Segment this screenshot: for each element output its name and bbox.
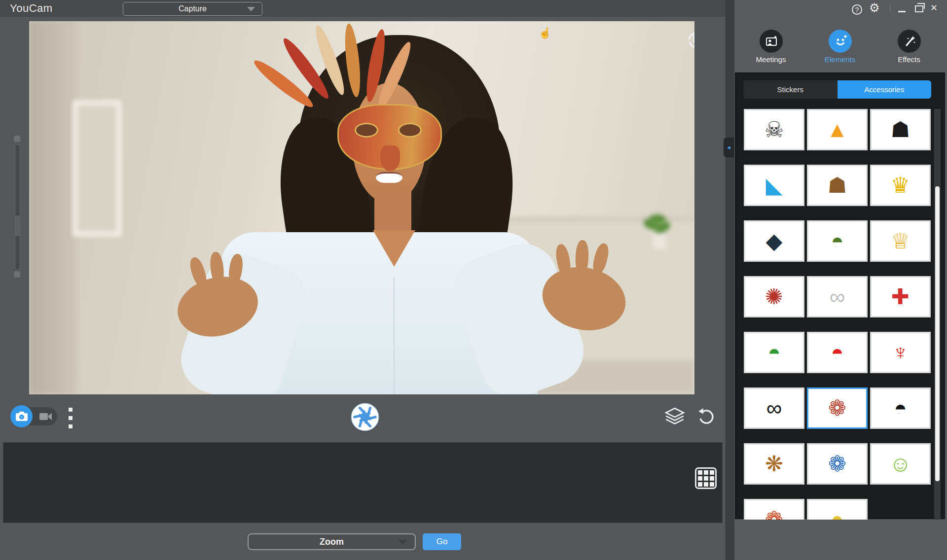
yellow-mask-thumbnail[interactable]: ◓ bbox=[807, 499, 868, 520]
video-mode-icon[interactable] bbox=[39, 412, 54, 423]
venetian-feather-mask-icon: ❁ bbox=[828, 397, 846, 419]
party-hat-icon: ▲ bbox=[827, 119, 848, 140]
nurse-cap-icon: ✚ bbox=[891, 286, 910, 308]
scrollbar-thumb[interactable] bbox=[935, 186, 940, 481]
police-cap-thumbnail[interactable]: ☗ bbox=[870, 109, 931, 150]
webcam-preview[interactable]: ☝ bbox=[29, 21, 694, 394]
meetings-icon bbox=[765, 35, 778, 48]
cucumber-spa-mask-thumbnail[interactable]: ☺ bbox=[870, 443, 931, 485]
reindeer-antlers-icon: ♆ bbox=[892, 342, 909, 363]
subject-smile bbox=[376, 172, 402, 183]
nurse-cap-thumbnail[interactable]: ✚ bbox=[870, 276, 931, 317]
mask-eye-hole bbox=[398, 123, 422, 138]
settings-button[interactable]: ⚙ bbox=[869, 1, 880, 15]
watermelon-hat-thumbnail[interactable]: ◓ bbox=[744, 332, 804, 373]
reset-effects-button[interactable] bbox=[696, 408, 715, 428]
zoom-slider-thumb[interactable] bbox=[15, 215, 20, 236]
camera-icon bbox=[15, 411, 28, 421]
groucho-glasses-thumbnail[interactable]: ∞ bbox=[744, 387, 804, 429]
switch-camera-icon[interactable] bbox=[683, 26, 694, 55]
mask-eye-hole bbox=[355, 123, 378, 138]
effect-layers-button[interactable] bbox=[663, 407, 686, 428]
panel-scrollbar[interactable] bbox=[934, 109, 941, 520]
cowboy-hat-icon: ☗ bbox=[828, 175, 847, 196]
carnival-mask-icon: ❁ bbox=[765, 509, 783, 520]
bowler-monocle-thumbnail[interactable]: ◓ bbox=[870, 387, 931, 429]
sticker-accessory-tabs: Stickers Accessories bbox=[743, 80, 931, 99]
blue-feather-mask-thumbnail[interactable]: ❁ bbox=[807, 443, 868, 485]
tab-elements[interactable] bbox=[829, 30, 852, 53]
minimize-button[interactable] bbox=[898, 11, 906, 12]
jester-mask-thumbnail[interactable]: ❋ bbox=[744, 443, 804, 485]
gold-tiara-icon: ♕ bbox=[891, 230, 910, 252]
photo-mode-button[interactable] bbox=[10, 405, 33, 427]
more-options-menu[interactable] bbox=[69, 408, 73, 428]
tab-accessories[interactable]: Accessories bbox=[838, 80, 932, 99]
go-button[interactable]: Go bbox=[423, 533, 461, 550]
chevron-down-icon bbox=[398, 540, 407, 545]
plant-leaf bbox=[649, 214, 666, 224]
mouse-ears-icon: ∞ bbox=[830, 286, 845, 308]
slider-minus-button[interactable] bbox=[14, 271, 20, 278]
tab-effects[interactable] bbox=[898, 30, 921, 53]
mode-dropdown-value: Capture bbox=[179, 4, 207, 13]
drag-hand-icon: ☝ bbox=[539, 27, 551, 39]
blue-paper-hat-thumbnail[interactable]: ◣ bbox=[744, 165, 804, 206]
mouse-ears-thumbnail[interactable]: ∞ bbox=[807, 276, 868, 317]
function-dropdown[interactable]: Zoom bbox=[248, 533, 416, 550]
mode-dropdown[interactable]: Capture bbox=[123, 2, 262, 16]
gear-icon: ⚙ bbox=[869, 1, 880, 14]
red-bowler-nose-thumbnail[interactable]: ◓ bbox=[807, 332, 868, 373]
slider-plus-button[interactable] bbox=[14, 136, 20, 142]
tab-elements-label[interactable]: Elements bbox=[808, 55, 872, 64]
background-wall bbox=[29, 21, 76, 394]
go-button-label: Go bbox=[437, 537, 448, 547]
chevron-down-icon bbox=[247, 7, 255, 11]
gallery-grid-button[interactable] bbox=[695, 467, 717, 489]
watermelon-hat-icon: ◓ bbox=[767, 342, 781, 363]
restore-button[interactable] bbox=[915, 5, 923, 12]
tab-meetings[interactable] bbox=[760, 30, 783, 53]
shirt-button-placket bbox=[394, 278, 395, 394]
graduation-cap-thumbnail[interactable]: ◆ bbox=[744, 220, 804, 262]
tab-stickers[interactable]: Stickers bbox=[743, 80, 838, 99]
venetian-feather-mask-thumbnail[interactable]: ❁ bbox=[807, 387, 868, 429]
gas-mask-icon: ☠ bbox=[765, 119, 784, 140]
captured-media-strip bbox=[3, 442, 723, 523]
cowboy-hat-thumbnail[interactable]: ☗ bbox=[807, 165, 868, 206]
magic-wand-icon bbox=[903, 35, 916, 48]
aperture-icon bbox=[351, 403, 379, 431]
tab-effects-label[interactable]: Effects bbox=[877, 55, 941, 64]
smiley-icon bbox=[833, 34, 848, 49]
blue-feather-mask-icon: ❁ bbox=[828, 453, 846, 475]
finger bbox=[187, 256, 209, 289]
panel-separator bbox=[726, 0, 734, 560]
carnival-mask-thumbnail[interactable]: ❁ bbox=[744, 499, 804, 520]
gas-mask-thumbnail[interactable]: ☠ bbox=[744, 109, 804, 150]
camo-grass-helmet-thumbnail[interactable]: ◓ bbox=[807, 220, 868, 262]
zoom-slider-track[interactable] bbox=[15, 144, 20, 270]
youcam-window: YouCam Capture ◄ ? ⚙ ✕ bbox=[0, 0, 947, 560]
graduation-cap-icon: ◆ bbox=[766, 230, 783, 252]
tab-meetings-label[interactable]: Meetings bbox=[739, 55, 803, 64]
background-window-frame bbox=[73, 100, 122, 237]
help-button[interactable]: ? bbox=[852, 4, 862, 15]
close-button[interactable]: ✕ bbox=[930, 2, 938, 13]
jester-mask-icon: ❋ bbox=[765, 453, 783, 475]
party-hat-thumbnail[interactable]: ▲ bbox=[807, 109, 868, 150]
police-cap-icon: ☗ bbox=[891, 119, 910, 140]
yellow-mask-icon: ◓ bbox=[831, 509, 844, 520]
feather-headdress-thumbnail[interactable]: ✺ bbox=[744, 276, 804, 317]
accessories-grid: ☠▲☗◣☗♛◆◓♕✺∞✚◓◓♆∞❁◓❋❁☺❁◓ bbox=[744, 109, 931, 520]
royal-crown-icon: ♛ bbox=[891, 175, 910, 196]
close-icon: ✕ bbox=[930, 3, 938, 13]
collapse-arrow-icon: ◄ bbox=[726, 144, 731, 150]
gold-tiara-thumbnail[interactable]: ♕ bbox=[870, 220, 931, 262]
function-dropdown-value: Zoom bbox=[320, 537, 344, 547]
snapshot-button[interactable] bbox=[351, 403, 379, 431]
reindeer-antlers-thumbnail[interactable]: ♆ bbox=[870, 332, 931, 373]
title-bar bbox=[0, 0, 726, 17]
royal-crown-thumbnail[interactable]: ♛ bbox=[870, 165, 931, 206]
panel-collapse-button[interactable]: ◄ bbox=[724, 138, 734, 157]
background-plant-pot bbox=[653, 233, 666, 249]
